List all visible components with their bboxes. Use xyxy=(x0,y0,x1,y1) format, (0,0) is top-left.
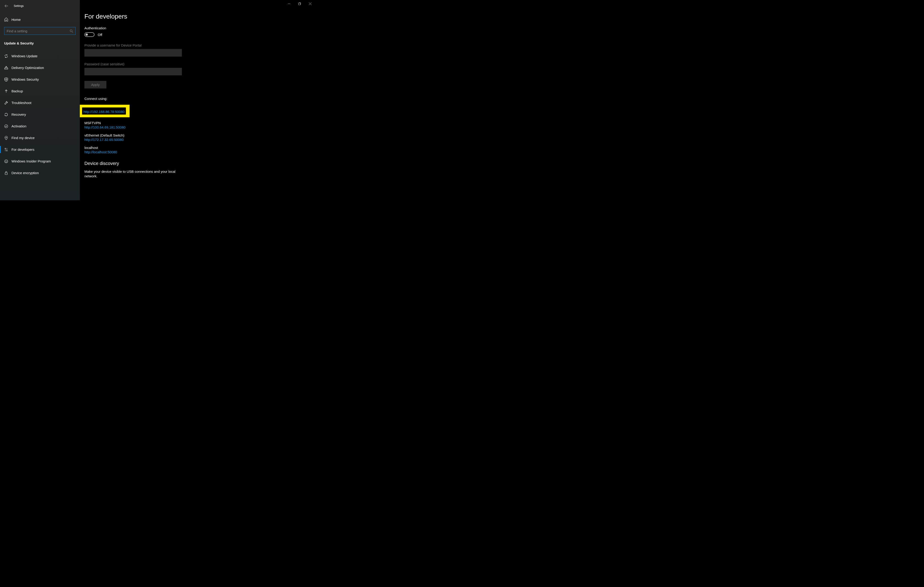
home-icon xyxy=(4,17,12,21)
authentication-toggle[interactable] xyxy=(84,32,94,37)
location-icon xyxy=(4,136,12,140)
authentication-heading: Authentication xyxy=(84,26,315,30)
highlighted-connection: . http://192.168.86.78:50080 xyxy=(80,105,130,117)
apply-button[interactable]: Apply xyxy=(84,81,106,89)
shield-icon xyxy=(4,77,12,82)
sidebar-item-label: Activation xyxy=(12,124,26,128)
sidebar-item-label: Windows Security xyxy=(12,77,39,81)
app-title: Settings xyxy=(14,4,24,8)
device-discovery-heading: Device discovery xyxy=(84,161,315,166)
authentication-toggle-label: Off xyxy=(98,33,102,37)
connection-item: MSFTVPN http://100.64.69.181:50080 xyxy=(84,121,315,129)
svg-point-13 xyxy=(7,161,7,161)
sidebar-item-label: Recovery xyxy=(12,112,26,117)
sidebar-item-for-developers[interactable]: For developers xyxy=(0,144,80,155)
connection-name: vEthernet (Default Switch) xyxy=(84,133,315,137)
sidebar-item-label: Device encryption xyxy=(12,171,39,175)
svg-point-12 xyxy=(5,161,6,161)
connection-name: MSFTVPN xyxy=(84,121,315,125)
sidebar-item-label: Find my device xyxy=(12,136,35,140)
sidebar-item-find-my-device[interactable]: Find my device xyxy=(0,132,80,144)
sidebar-item-windows-insider[interactable]: Windows Insider Program xyxy=(0,155,80,167)
arrow-left-icon xyxy=(5,4,8,8)
back-button[interactable] xyxy=(3,3,10,9)
svg-line-1 xyxy=(72,31,73,33)
window-controls xyxy=(284,0,315,7)
connect-using-label: Connect using: xyxy=(84,97,315,100)
search-input[interactable] xyxy=(7,29,70,33)
highlighted-connection-link[interactable]: http://192.168.86.78:50080 xyxy=(84,110,125,113)
connection-item: vEthernet (Default Switch) http://172.17… xyxy=(84,133,315,141)
svg-point-7 xyxy=(5,148,5,149)
connection-link[interactable]: http://100.64.69.181:50080 xyxy=(84,125,315,129)
toggle-knob xyxy=(86,33,88,36)
sidebar-item-device-encryption[interactable]: Device encryption xyxy=(0,167,80,179)
sidebar-item-home[interactable]: Home xyxy=(0,14,80,25)
sidebar-item-recovery[interactable]: Recovery xyxy=(0,109,80,120)
sync-icon xyxy=(4,54,12,58)
svg-point-11 xyxy=(5,160,8,163)
svg-rect-14 xyxy=(5,173,7,174)
delivery-icon xyxy=(4,66,12,70)
connection-link[interactable]: http://localhost:50080 xyxy=(84,150,315,154)
sidebar-item-label: For developers xyxy=(12,148,35,151)
home-label: Home xyxy=(12,18,21,21)
developer-tools-icon xyxy=(4,148,12,152)
authentication-toggle-row: Off xyxy=(84,32,315,37)
sidebar-item-backup[interactable]: Backup xyxy=(0,85,80,97)
sidebar-item-label: Backup xyxy=(12,89,23,93)
maximize-button[interactable] xyxy=(294,0,305,7)
page-title: For developers xyxy=(84,13,315,20)
sidebar-item-delivery-optimization[interactable]: Delivery Optimization xyxy=(0,62,80,74)
search-box[interactable] xyxy=(4,27,76,35)
password-input[interactable] xyxy=(84,68,182,76)
sidebar: Settings Home Update & Security Windo xyxy=(0,0,80,200)
main-content: For developers Authentication Off Provid… xyxy=(80,0,315,200)
sidebar-item-label: Delivery Optimization xyxy=(12,66,44,70)
sidebar-item-label: Windows Insider Program xyxy=(12,159,51,163)
recovery-icon xyxy=(4,112,12,117)
svg-point-5 xyxy=(5,125,8,128)
backup-arrow-icon xyxy=(4,89,12,93)
svg-rect-2 xyxy=(5,68,8,69)
lock-icon xyxy=(4,171,12,175)
svg-rect-16 xyxy=(299,3,300,5)
password-label: Password (case sensitive) xyxy=(84,62,315,66)
minimize-button[interactable] xyxy=(284,0,294,7)
sidebar-item-troubleshoot[interactable]: Troubleshoot xyxy=(0,97,80,109)
wrench-icon xyxy=(4,101,12,105)
username-input[interactable] xyxy=(84,49,182,57)
sidebar-item-activation[interactable]: Activation xyxy=(0,120,80,132)
close-button[interactable] xyxy=(305,0,315,7)
svg-point-0 xyxy=(70,30,72,31)
sidebar-item-label: Windows Update xyxy=(12,54,37,58)
connection-item: localhost http://localhost:50080 xyxy=(84,146,315,154)
search-container xyxy=(0,25,80,38)
titlebar: Settings xyxy=(0,2,80,10)
sidebar-item-windows-update[interactable]: Windows Update xyxy=(0,50,80,62)
settings-window: Settings Home Update & Security Windo xyxy=(0,0,315,200)
sidebar-item-label: Troubleshoot xyxy=(12,101,31,105)
sidebar-section-title: Update & Security xyxy=(0,38,80,50)
svg-point-9 xyxy=(7,150,7,151)
search-icon xyxy=(70,29,73,33)
username-label: Provide a username for Device Portal xyxy=(84,43,315,47)
checkmark-circle-icon xyxy=(4,124,12,128)
sidebar-item-windows-security[interactable]: Windows Security xyxy=(0,74,80,85)
connection-link[interactable]: http://172.17.32.65:50080 xyxy=(84,138,315,141)
device-discovery-description: Make your device visible to USB connecti… xyxy=(84,169,183,179)
svg-point-6 xyxy=(6,137,7,138)
insider-icon xyxy=(4,159,12,163)
nav-list: Windows Update Delivery Optimization Win… xyxy=(0,50,80,179)
connection-name: localhost xyxy=(84,146,315,150)
